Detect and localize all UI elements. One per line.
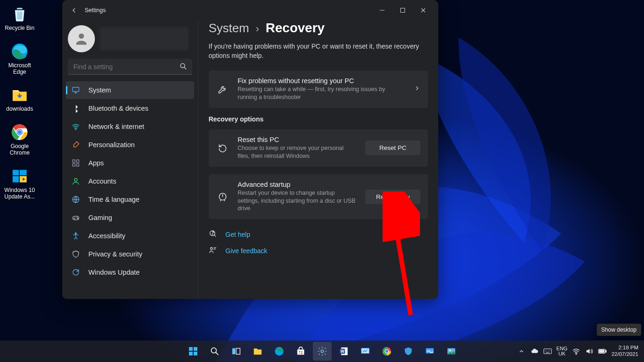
give-feedback-link[interactable]: Give feedback — [209, 246, 428, 256]
svg-text:W: W — [340, 349, 344, 354]
photos-button[interactable] — [442, 342, 461, 361]
breadcrumb-parent[interactable]: System — [209, 21, 249, 35]
feedback-icon — [209, 246, 218, 256]
desktop-icon-recycle-bin[interactable]: Recycle Bin — [3, 4, 36, 32]
search-input[interactable] — [68, 59, 192, 75]
svg-point-20 — [74, 178, 77, 181]
onedrive-icon[interactable] — [530, 347, 539, 355]
svg-point-55 — [449, 349, 451, 351]
reset-pc-card: Reset this PC Choose to keep or remove y… — [209, 129, 428, 167]
start-button[interactable] — [184, 342, 203, 361]
help-icon — [209, 229, 218, 239]
file-explorer-button[interactable] — [248, 342, 267, 361]
svg-rect-17 — [77, 160, 79, 162]
wifi-icon — [72, 122, 80, 131]
minimize-button[interactable] — [372, 3, 392, 17]
search-icon — [179, 62, 188, 72]
volume-icon[interactable] — [585, 347, 593, 355]
svg-rect-14 — [72, 87, 79, 92]
wrench-icon — [216, 84, 229, 94]
desktop-icon-chrome[interactable]: Google Chrome — [3, 122, 36, 156]
restart-now-button[interactable]: Restart now — [365, 190, 420, 204]
svg-point-52 — [385, 350, 388, 353]
security-button[interactable] — [399, 342, 418, 361]
nav-item-label: Time & language — [88, 196, 139, 203]
nav-item-accessibility[interactable]: Accessibility — [66, 227, 194, 245]
fix-problems-card[interactable]: Fix problems without resetting your PC R… — [209, 71, 428, 108]
back-button[interactable] — [67, 3, 81, 17]
store-button[interactable] — [291, 342, 310, 361]
svg-rect-41 — [299, 353, 300, 354]
avatar-icon — [68, 25, 95, 52]
svg-rect-18 — [72, 164, 75, 166]
chevron-right-icon — [414, 85, 420, 93]
profile-block[interactable] — [66, 22, 194, 59]
intro-text: If you're having problems with your PC o… — [209, 42, 428, 60]
get-help-link[interactable]: Get help — [209, 229, 428, 239]
svg-rect-32 — [194, 347, 197, 351]
nav-item-label: System — [88, 86, 111, 94]
svg-point-5 — [18, 130, 22, 134]
whiteboard-button[interactable] — [356, 342, 375, 361]
word-button[interactable]: W — [334, 342, 353, 361]
svg-point-23 — [77, 217, 78, 218]
nav-item-label: Personalization — [88, 141, 135, 149]
nav-item-accounts[interactable]: Accounts — [66, 172, 194, 190]
svg-rect-39 — [299, 351, 300, 352]
search-button[interactable] — [205, 342, 224, 361]
system-tray: ENG UK 2:18 PM 22/07/2021 — [517, 341, 641, 362]
svg-rect-8 — [13, 176, 19, 182]
task-view-button[interactable] — [227, 342, 246, 361]
chrome-button[interactable] — [377, 342, 396, 361]
nav-item-label: Accounts — [88, 177, 116, 185]
nav-item-gaming[interactable]: Gaming — [66, 209, 194, 227]
update-icon — [72, 268, 80, 277]
profile-name-redacted — [100, 27, 188, 50]
nav-item-personalization[interactable]: Personalization — [66, 136, 194, 154]
svg-rect-33 — [189, 352, 193, 355]
sidebar: SystemBluetooth & devicesNetwork & inter… — [62, 21, 198, 299]
battery-icon[interactable] — [598, 347, 607, 355]
svg-rect-53 — [426, 348, 434, 354]
globe-icon — [72, 195, 80, 204]
svg-rect-34 — [194, 352, 197, 355]
svg-point-15 — [75, 129, 76, 130]
settings-search[interactable] — [68, 59, 192, 75]
nav-item-bluetooth-devices[interactable]: Bluetooth & devices — [66, 99, 194, 117]
language-indicator[interactable]: ENG UK — [557, 346, 568, 356]
access-icon — [72, 232, 80, 240]
svg-rect-60 — [600, 350, 605, 353]
bt-icon — [72, 104, 80, 113]
desktop-icon-win10-update[interactable]: Windows 10 Update As... — [3, 166, 36, 200]
wifi-icon[interactable] — [572, 347, 580, 355]
svg-point-29 — [210, 248, 213, 250]
desktop-icon-downloads[interactable]: downloads — [3, 85, 36, 113]
apps-icon — [72, 159, 80, 167]
svg-point-35 — [211, 348, 216, 353]
clock[interactable]: 2:18 PM 22/07/2021 — [611, 345, 638, 358]
tray-chevron-icon[interactable] — [517, 347, 526, 355]
keyboard-icon[interactable] — [543, 347, 552, 355]
nav-item-network-internet[interactable]: Network & internet — [66, 118, 194, 135]
reset-pc-button[interactable]: Reset PC — [365, 141, 420, 155]
settings-button[interactable] — [313, 342, 332, 361]
desktop-icon-edge[interactable]: Microsoft Edge — [3, 41, 36, 76]
nav-item-label: Accessibility — [88, 232, 125, 240]
nav-item-system[interactable]: System — [66, 81, 194, 99]
chevron-right-icon: › — [256, 23, 259, 35]
close-button[interactable] — [413, 3, 434, 17]
nav-item-windows-update[interactable]: Windows Update — [66, 263, 194, 281]
display-button[interactable] — [420, 342, 439, 361]
nav-item-privacy-security[interactable]: Privacy & security — [66, 245, 194, 263]
edge-button[interactable] — [270, 342, 289, 361]
show-desktop-tooltip: Show desktop — [597, 324, 641, 336]
nav-item-time-language[interactable]: Time & language — [66, 191, 194, 208]
svg-rect-59 — [606, 350, 607, 353]
maximize-button[interactable] — [392, 3, 413, 17]
titlebar: Settings — [62, 0, 438, 21]
svg-rect-40 — [301, 351, 302, 352]
nav-item-label: Apps — [88, 159, 104, 167]
gamepad-icon — [72, 213, 80, 222]
svg-point-28 — [212, 234, 213, 235]
nav-item-apps[interactable]: Apps — [66, 154, 194, 172]
